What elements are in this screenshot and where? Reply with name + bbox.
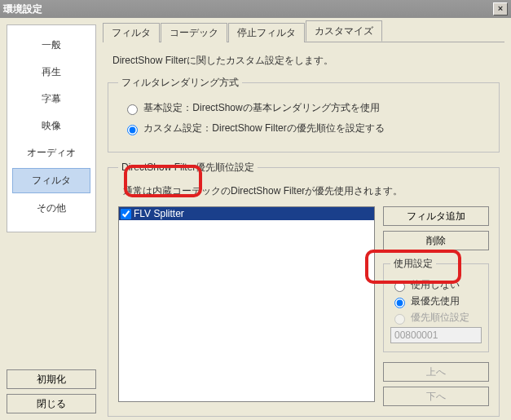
main: フィルタ コーデック 停止フィルタ カスタマイズ DirectShow Filt… bbox=[103, 24, 504, 413]
usage-none-label: 使用しない bbox=[411, 279, 460, 290]
tab-codec[interactable]: コーデック bbox=[161, 23, 227, 42]
sidebar-item-other[interactable]: その他 bbox=[12, 197, 90, 220]
sidebar-nav: 一般 再生 字幕 映像 オーディオ フィルタ その他 bbox=[7, 24, 96, 232]
priority-group: DirectShow Filter優先順位設定 通常は内蔵コーデックのDirec… bbox=[108, 161, 500, 417]
usage-top-radio[interactable] bbox=[394, 298, 405, 308]
usage-legend: 使用設定 bbox=[390, 257, 436, 271]
close-button[interactable]: 閉じる bbox=[7, 394, 96, 413]
usage-rank-label: 優先順位設定 bbox=[411, 312, 469, 323]
add-filter-button[interactable]: フィルタ追加 bbox=[383, 206, 489, 226]
titlebar: 環境設定 × bbox=[0, 0, 511, 18]
list-item-label: FLV Splitter bbox=[134, 208, 184, 219]
rendering-group: フィルタレンダリング方式 基本設定：DirectShowの基本レンダリング方式を… bbox=[108, 76, 500, 153]
usage-top-label: 最優先使用 bbox=[411, 295, 460, 307]
tab-stop-filter[interactable]: 停止フィルタ bbox=[228, 23, 305, 42]
window-title: 環境設定 bbox=[3, 2, 493, 16]
list-item-checkbox[interactable] bbox=[121, 209, 131, 219]
sidebar-item-subtitle[interactable]: 字幕 bbox=[12, 87, 90, 111]
usage-value-input bbox=[390, 327, 482, 343]
sidebar-item-general[interactable]: 一般 bbox=[12, 33, 90, 57]
sidebar-item-filter[interactable]: フィルタ bbox=[12, 168, 90, 193]
usage-top-row[interactable]: 最優先使用 bbox=[390, 294, 482, 308]
rendering-basic-row[interactable]: 基本設定：DirectShowの基本レンダリング方式を使用 bbox=[123, 101, 489, 115]
tab-filter[interactable]: フィルタ bbox=[103, 23, 160, 42]
delete-button[interactable]: 削除 bbox=[383, 231, 489, 250]
usage-rank-radio[interactable] bbox=[394, 314, 405, 325]
rendering-custom-label: カスタム設定：DirectShow Filterの優先順位を設定する bbox=[143, 122, 384, 134]
panel-desc: DirectShow Filterに関したカスタム設定をします。 bbox=[112, 54, 500, 68]
init-button[interactable]: 初期化 bbox=[7, 369, 96, 389]
priority-body: FLV Splitter フィルタ追加 削除 使用設定 使用しない bbox=[118, 206, 489, 406]
usage-group: 使用設定 使用しない 最優先使用 優先順位設定 bbox=[383, 257, 489, 352]
up-button[interactable]: 上へ bbox=[383, 362, 489, 382]
sidebar-item-playback[interactable]: 再生 bbox=[12, 60, 90, 84]
filter-list[interactable]: FLV Splitter bbox=[118, 206, 375, 402]
sidebar-item-video[interactable]: 映像 bbox=[12, 114, 90, 138]
list-item[interactable]: FLV Splitter bbox=[119, 207, 374, 220]
rendering-legend: フィルタレンダリング方式 bbox=[118, 76, 242, 90]
sidebar: 一般 再生 字幕 映像 オーディオ フィルタ その他 初期化 閉じる bbox=[7, 24, 96, 413]
priority-note: 通常は内蔵コーデックのDirectShow Filterが優先使用されます。 bbox=[123, 184, 489, 198]
usage-none-radio[interactable] bbox=[394, 281, 405, 292]
usage-rank-row[interactable]: 優先順位設定 bbox=[390, 311, 482, 325]
right-column: フィルタ追加 削除 使用設定 使用しない 最優先使用 bbox=[383, 206, 489, 406]
tabs: フィルタ コーデック 停止フィルタ カスタマイズ bbox=[103, 24, 504, 42]
rendering-basic-label: 基本設定：DirectShowの基本レンダリング方式を使用 bbox=[143, 102, 379, 113]
rendering-custom-radio[interactable] bbox=[127, 125, 138, 135]
down-button[interactable]: 下へ bbox=[383, 387, 489, 406]
priority-legend: DirectShow Filter優先順位設定 bbox=[118, 161, 258, 175]
rendering-basic-radio[interactable] bbox=[127, 104, 138, 115]
usage-none-row[interactable]: 使用しない bbox=[390, 278, 482, 292]
panel: DirectShow Filterに関したカスタム設定をします。 フィルタレンダ… bbox=[103, 42, 504, 420]
sidebar-item-audio[interactable]: オーディオ bbox=[12, 141, 90, 165]
content: 一般 再生 字幕 映像 オーディオ フィルタ その他 初期化 閉じる フィルタ … bbox=[0, 18, 511, 420]
rendering-custom-row[interactable]: カスタム設定：DirectShow Filterの優先順位を設定する bbox=[123, 122, 489, 135]
close-icon[interactable]: × bbox=[493, 2, 508, 15]
tab-customize[interactable]: カスタマイズ bbox=[306, 20, 382, 42]
